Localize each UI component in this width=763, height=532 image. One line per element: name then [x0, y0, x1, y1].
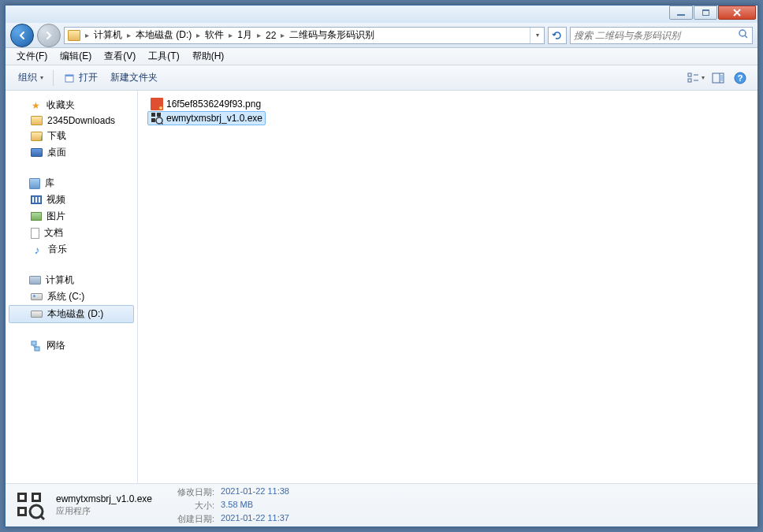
- exe-file-icon: [151, 112, 163, 125]
- breadcrumb-bar[interactable]: ▸ 计算机 ▸ 本地磁盘 (D:) ▸ 软件 ▸ 1月 ▸ 22 ▸ 二维码与条…: [64, 27, 545, 44]
- organize-button[interactable]: 组织▾: [12, 68, 50, 87]
- svg-rect-12: [151, 118, 155, 122]
- forward-button[interactable]: [37, 24, 61, 47]
- details-pane: ewmytxmsbrj_v1.0.exe 应用程序 修改日期: 2021-01-…: [6, 483, 757, 526]
- maximize-button[interactable]: [694, 6, 717, 20]
- crumb-current[interactable]: 二维码与条形码识别: [286, 28, 378, 42]
- navigation-pane: ★ 收藏夹 2345Downloads 下载 桌面: [6, 91, 138, 483]
- svg-text:?: ?: [738, 73, 743, 83]
- file-name: 16f5ef8536249f93.png: [166, 99, 261, 110]
- title-bar: [6, 6, 757, 23]
- library-icon: [29, 178, 40, 189]
- document-icon: [31, 228, 39, 239]
- modified-label: 修改日期:: [177, 486, 214, 498]
- view-mode-button[interactable]: ▾: [685, 69, 707, 87]
- svg-rect-6: [720, 75, 723, 81]
- svg-rect-11: [151, 113, 155, 117]
- chevron-icon: ▸: [279, 31, 286, 39]
- crumb-drive[interactable]: 本地磁盘 (D:): [132, 28, 195, 42]
- music-icon: ♪: [31, 244, 43, 256]
- refresh-button[interactable]: [548, 27, 567, 44]
- chevron-icon: ▸: [227, 31, 234, 39]
- crumb-folder[interactable]: 22: [262, 30, 279, 41]
- crumb-folder[interactable]: 1月: [234, 28, 255, 42]
- menu-bar: 文件(F) 编辑(E) 查看(V) 工具(T) 帮助(H): [6, 48, 757, 65]
- address-dropdown[interactable]: ▾: [530, 27, 544, 44]
- search-icon: [738, 28, 749, 42]
- sidebar-libraries[interactable]: 库: [6, 175, 137, 192]
- toolbar: 组织▾ 打开 新建文件夹 ▾ ?: [6, 65, 757, 91]
- sidebar-item-download[interactable]: 下载: [6, 128, 137, 144]
- svg-rect-19: [20, 495, 24, 500]
- file-list[interactable]: 16f5ef8536249f93.png ewmytxmsbrj_v1.0.ex…: [138, 91, 757, 483]
- svg-rect-3: [688, 73, 691, 76]
- sidebar-item-downloads[interactable]: 2345Downloads: [6, 113, 137, 128]
- file-type-icon: [13, 489, 47, 522]
- svg-rect-21: [34, 495, 39, 500]
- drive-icon: [31, 311, 43, 318]
- folder-icon: [31, 116, 43, 125]
- sidebar-computer[interactable]: 计算机: [6, 272, 137, 288]
- details-filetype: 应用程序: [56, 505, 152, 517]
- file-item[interactable]: 16f5ef8536249f93.png: [147, 97, 264, 111]
- minimize-button[interactable]: [669, 6, 693, 20]
- sidebar-item-drive-c[interactable]: 系统 (C:): [6, 288, 137, 305]
- svg-point-0: [739, 30, 746, 36]
- sidebar-item-music[interactable]: ♪ 音乐: [6, 241, 137, 258]
- body: ★ 收藏夹 2345Downloads 下载 桌面: [6, 91, 757, 483]
- modified-value: 2021-01-22 11:38: [221, 486, 289, 498]
- chevron-icon: ▸: [195, 31, 202, 39]
- crumb-computer[interactable]: 计算机: [91, 28, 125, 42]
- size-label: 大小:: [177, 500, 214, 512]
- svg-rect-13: [157, 113, 161, 117]
- svg-rect-20: [20, 509, 24, 514]
- menu-file[interactable]: 文件(F): [10, 48, 54, 65]
- help-button[interactable]: ?: [729, 69, 751, 87]
- sidebar-item-pictures[interactable]: 图片: [6, 208, 137, 225]
- size-value: 3.58 MB: [221, 500, 289, 512]
- menu-help[interactable]: 帮助(H): [186, 48, 231, 65]
- chevron-icon: ▸: [84, 31, 91, 39]
- svg-rect-4: [688, 79, 691, 82]
- menu-view[interactable]: 查看(V): [98, 48, 142, 65]
- svg-rect-9: [32, 341, 36, 345]
- created-value: 2021-01-22 11:37: [221, 513, 289, 525]
- explorer-window: ▸ 计算机 ▸ 本地磁盘 (D:) ▸ 软件 ▸ 1月 ▸ 22 ▸ 二维码与条…: [5, 5, 758, 527]
- close-button[interactable]: [718, 6, 756, 20]
- video-icon: [31, 195, 42, 204]
- address-bar: ▸ 计算机 ▸ 本地磁盘 (D:) ▸ 软件 ▸ 1月 ▸ 22 ▸ 二维码与条…: [6, 23, 757, 48]
- new-folder-button[interactable]: 新建文件夹: [104, 68, 164, 87]
- divider: [53, 70, 54, 86]
- file-name: ewmytxmsbrj_v1.0.exe: [166, 113, 262, 124]
- back-button[interactable]: [10, 24, 34, 47]
- svg-rect-2: [65, 75, 73, 76]
- open-icon: [63, 72, 76, 84]
- star-icon: ★: [29, 99, 42, 112]
- open-button[interactable]: 打开: [57, 68, 104, 87]
- chevron-icon: ▸: [125, 31, 132, 39]
- download-folder-icon: [31, 132, 43, 141]
- created-label: 创建日期:: [177, 513, 214, 525]
- search-input[interactable]: [574, 30, 738, 41]
- sidebar-network[interactable]: 网络: [6, 337, 137, 354]
- folder-icon: [68, 30, 80, 41]
- svg-rect-10: [35, 347, 39, 351]
- picture-icon: [31, 212, 42, 221]
- preview-pane-button[interactable]: [707, 69, 729, 87]
- details-metadata: 修改日期: 2021-01-22 11:38 大小: 3.58 MB 创建日期:…: [177, 486, 289, 525]
- sidebar-item-documents[interactable]: 文档: [6, 225, 137, 241]
- search-box[interactable]: [570, 27, 753, 44]
- crumb-folder[interactable]: 软件: [202, 28, 227, 42]
- image-file-icon: [151, 98, 163, 110]
- details-text: ewmytxmsbrj_v1.0.exe 应用程序: [56, 493, 152, 517]
- menu-tools[interactable]: 工具(T): [142, 48, 185, 65]
- chevron-icon: ▸: [255, 31, 262, 39]
- sidebar-favorites[interactable]: ★ 收藏夹: [6, 97, 137, 113]
- file-item[interactable]: ewmytxmsbrj_v1.0.exe: [147, 111, 266, 125]
- menu-edit[interactable]: 编辑(E): [54, 48, 98, 65]
- sidebar-item-drive-d[interactable]: 本地磁盘 (D:): [9, 305, 134, 323]
- sidebar-item-desktop[interactable]: 桌面: [6, 144, 137, 161]
- network-icon: [29, 340, 42, 352]
- details-filename: ewmytxmsbrj_v1.0.exe: [56, 493, 152, 504]
- sidebar-item-videos[interactable]: 视频: [6, 192, 137, 208]
